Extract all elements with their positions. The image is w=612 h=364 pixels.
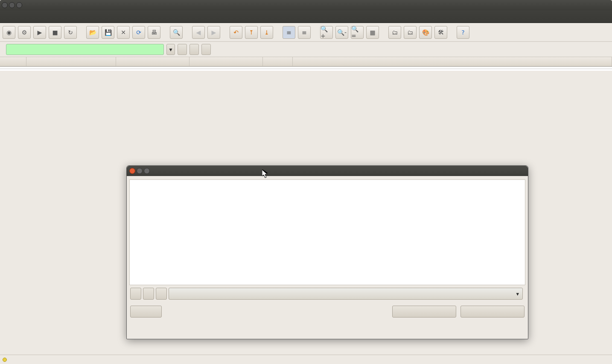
zoom-reset-icon[interactable]: 🔍= (351, 26, 364, 39)
jump-prev-icon[interactable]: ↶ (230, 26, 242, 39)
jump-first-icon[interactable]: ⤒ (245, 26, 258, 39)
close-button[interactable] (460, 306, 525, 318)
print-button[interactable] (156, 288, 167, 300)
follow-tcp-stream-dialog: ▾ (126, 165, 528, 339)
open-icon[interactable]: 📂 (86, 26, 99, 39)
colorize-icon[interactable]: ≡ (283, 26, 295, 39)
col-info[interactable] (293, 57, 612, 66)
menubar (0, 10, 612, 23)
dialog-actions: ▾ (127, 285, 528, 302)
filter-out-stream-button[interactable] (392, 306, 456, 318)
help-icon[interactable]: ? (457, 26, 469, 39)
packet-list[interactable] (0, 57, 612, 66)
col-time[interactable] (26, 57, 116, 66)
dialog-close-icon[interactable] (129, 168, 135, 174)
stream-content[interactable] (129, 179, 525, 285)
hex-pane[interactable] (0, 69, 612, 71)
minimize-icon[interactable] (9, 2, 15, 8)
dialog-bottom (127, 302, 528, 321)
chevron-down-icon: ▾ (516, 291, 519, 297)
toolbar: ◉ ⚙ ▶ ■ ↻ 📂 💾 ✕ ⟳ 🖶 🔍 ◀ ▶ ↶ ⤒ ⤓ ≡ ≡ 🔍+ 🔍… (0, 23, 612, 42)
restart-icon[interactable]: ↻ (64, 26, 77, 39)
zoom-out-icon[interactable]: 🔍- (335, 26, 348, 39)
save-icon[interactable]: 💾 (102, 26, 114, 39)
back-icon[interactable]: ◀ (192, 26, 205, 39)
filter-dropdown-icon[interactable]: ▾ (166, 44, 175, 55)
filterbar: ▾ (0, 42, 612, 57)
find-button[interactable] (130, 288, 141, 300)
jump-last-icon[interactable]: ⤓ (260, 26, 273, 39)
packet-list-header[interactable] (0, 57, 612, 66)
options-icon[interactable]: ⚙ (18, 26, 31, 39)
col-dst[interactable] (189, 57, 263, 66)
apply-button[interactable] (201, 44, 211, 55)
status-led-icon (3, 358, 7, 362)
clear-button[interactable] (189, 44, 199, 55)
dialog-titlebar[interactable] (127, 166, 528, 176)
forward-icon[interactable]: ▶ (207, 26, 220, 39)
titlebar (0, 0, 612, 10)
stop-icon[interactable]: ■ (49, 26, 61, 39)
interfaces-icon[interactable]: ◉ (3, 26, 15, 39)
stream-content-label (127, 176, 528, 179)
print-icon[interactable]: 🖶 (148, 26, 160, 39)
resize-cols-icon[interactable]: ▦ (366, 26, 379, 39)
close-icon[interactable] (2, 2, 8, 8)
help-button[interactable] (130, 306, 162, 318)
dialog-minimize-icon[interactable] (137, 168, 143, 174)
maximize-icon[interactable] (16, 2, 22, 8)
reload-icon[interactable]: ⟳ (132, 26, 145, 39)
col-proto[interactable] (263, 57, 293, 66)
filter-input[interactable] (6, 44, 164, 55)
zoom-in-icon[interactable]: 🔍+ (320, 26, 333, 39)
autoscroll-icon[interactable]: ≡ (298, 26, 311, 39)
col-src[interactable] (116, 57, 189, 66)
expression-button[interactable] (178, 44, 187, 55)
save-as-button[interactable] (143, 288, 154, 300)
prefs-icon[interactable]: 🛠 (434, 26, 447, 39)
delete-icon[interactable]: ✕ (117, 26, 130, 39)
dialog-maximize-icon[interactable] (144, 168, 150, 174)
conversation-select[interactable]: ▾ (169, 288, 523, 300)
start-icon[interactable]: ▶ (33, 26, 46, 39)
display-filter-icon[interactable]: 🗂 (404, 26, 417, 39)
col-no[interactable] (0, 57, 26, 66)
coloring-rules-icon[interactable]: 🎨 (419, 26, 432, 39)
capture-filter-icon[interactable]: 🗂 (388, 26, 401, 39)
find-icon[interactable]: 🔍 (170, 26, 183, 39)
statusbar (0, 355, 612, 364)
